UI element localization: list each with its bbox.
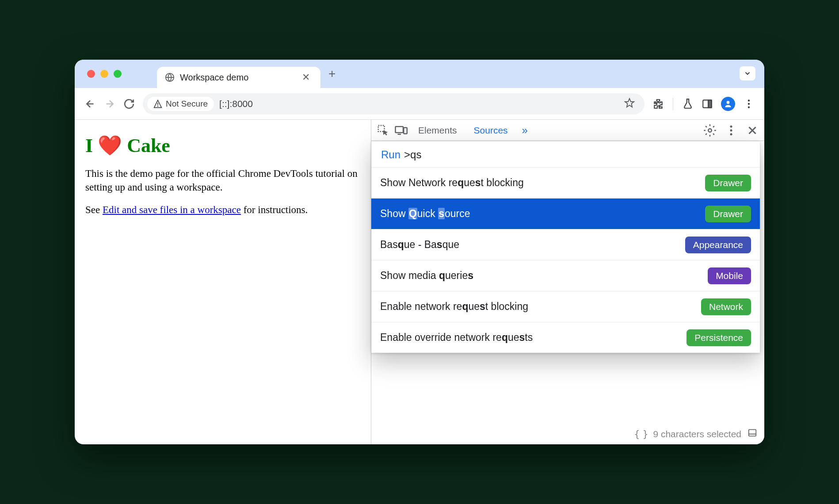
maximize-window-button[interactable] [114, 70, 122, 78]
command-item-badge: Persistence [686, 329, 751, 346]
url-text: [::]:8000 [219, 99, 619, 109]
close-tab-button[interactable]: ✕ [299, 72, 313, 83]
command-item[interactable]: Show Network request blockingDrawer [371, 167, 760, 198]
paragraph-2: See Edit and save files in a workspace f… [85, 203, 360, 217]
bottom-panel-icon[interactable] [747, 428, 757, 440]
reload-button[interactable] [123, 98, 135, 110]
svg-point-7 [748, 99, 750, 101]
command-item-label: Show Network request blocking [380, 177, 524, 189]
heading-part-i: I [85, 135, 93, 157]
command-input-row[interactable]: Run >qs [371, 141, 760, 167]
command-item-badge: Network [701, 298, 751, 315]
paragraph-1: This is the demo page for the official C… [85, 167, 360, 194]
command-item[interactable]: Show media queriesMobile [371, 260, 760, 291]
traffic-lights [87, 70, 122, 78]
forward-button[interactable] [104, 98, 115, 110]
svg-rect-13 [404, 127, 407, 134]
command-list: Show Network request blockingDrawerShow … [371, 167, 760, 353]
brackets-icon: { } [634, 429, 647, 439]
svg-point-17 [730, 133, 732, 135]
page-heading: I ❤️ Cake [85, 134, 360, 157]
labs-button[interactable] [682, 98, 694, 110]
run-label: Run [381, 149, 400, 161]
command-item[interactable]: Enable network request blockingNetwork [371, 291, 760, 322]
command-item-badge: Appearance [685, 237, 751, 253]
command-item-label: Enable override network requests [380, 332, 533, 344]
status-text: 9 characters selected [653, 429, 741, 439]
content-area: I ❤️ Cake This is the demo page for the … [75, 120, 764, 444]
svg-point-15 [730, 125, 732, 127]
back-button[interactable] [84, 98, 96, 110]
command-item[interactable]: Enable override network requestsPersiste… [371, 322, 760, 353]
side-panel-button[interactable] [702, 98, 713, 110]
more-tabs-button[interactable]: » [519, 124, 531, 137]
svg-point-6 [727, 101, 730, 104]
close-window-button[interactable] [87, 70, 95, 78]
menu-button[interactable] [743, 98, 755, 110]
command-item[interactable]: Show Quick sourceDrawer [371, 198, 760, 229]
tabs-dropdown-button[interactable] [740, 66, 755, 80]
browser-window: Workspace demo ✕ + Not Secure [::]:8000 [75, 60, 764, 444]
tab-strip: Workspace demo ✕ + [75, 60, 764, 88]
tab-title: Workspace demo [180, 73, 294, 83]
inspect-element-button[interactable] [377, 124, 390, 137]
svg-point-2 [158, 106, 158, 106]
heading-part-cake: Cake [127, 135, 170, 157]
svg-rect-11 [396, 126, 404, 133]
svg-point-9 [748, 106, 750, 108]
devtools-tabbar: Elements Sources » [371, 120, 764, 141]
security-label: Not Secure [166, 99, 208, 109]
tab-sources[interactable]: Sources [468, 125, 514, 136]
security-chip[interactable]: Not Secure [147, 97, 214, 111]
svg-point-8 [748, 103, 750, 104]
browser-toolbar: Not Secure [::]:8000 [75, 88, 764, 120]
status-bar: { } 9 characters selected [378, 428, 757, 440]
command-item-label: Basque - Basque [380, 239, 459, 251]
command-item-label: Enable network request blocking [380, 301, 528, 313]
tutorial-link[interactable]: Edit and save files in a workspace [103, 204, 241, 215]
extensions-button[interactable] [652, 98, 664, 110]
profile-button[interactable] [721, 97, 735, 111]
device-toolbar-button[interactable] [394, 124, 408, 137]
heart-icon: ❤️ [98, 134, 122, 156]
new-tab-button[interactable]: + [320, 67, 343, 81]
command-menu: Run >qs Show Network request blockingDra… [371, 141, 760, 353]
svg-rect-18 [749, 430, 756, 436]
command-query: >qs [404, 149, 421, 161]
svg-rect-5 [708, 100, 712, 107]
command-item-badge: Drawer [705, 175, 751, 191]
svg-point-14 [708, 129, 712, 132]
command-item[interactable]: Basque - BasqueAppearance [371, 229, 760, 260]
command-item-badge: Mobile [708, 267, 751, 284]
close-devtools-button[interactable] [746, 124, 759, 137]
address-bar[interactable]: Not Secure [::]:8000 [143, 93, 645, 115]
bookmark-button[interactable] [624, 98, 640, 110]
globe-icon [165, 73, 175, 82]
p2-post: for instructions. [241, 204, 308, 215]
tab-elements[interactable]: Elements [412, 125, 463, 136]
command-item-label: Show Quick source [380, 208, 470, 220]
page-content: I ❤️ Cake This is the demo page for the … [75, 120, 371, 444]
settings-button[interactable] [703, 124, 717, 137]
toolbar-separator [673, 98, 673, 110]
p2-pre: See [85, 204, 103, 215]
command-item-label: Show media queries [380, 270, 473, 282]
browser-tab[interactable]: Workspace demo ✕ [157, 67, 320, 88]
devtools-menu-button[interactable] [725, 124, 738, 137]
command-item-badge: Drawer [705, 206, 751, 222]
minimize-window-button[interactable] [100, 70, 108, 78]
svg-point-16 [730, 129, 732, 131]
devtools-panel: Elements Sources » R [371, 120, 764, 444]
